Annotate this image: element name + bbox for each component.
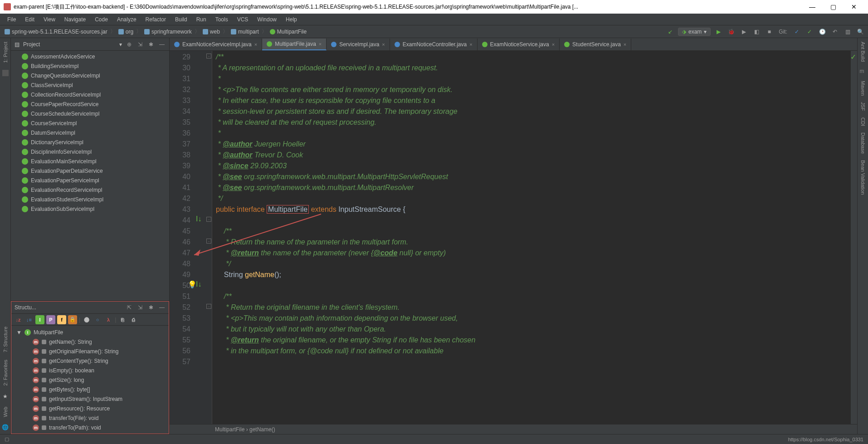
vcs-history-icon[interactable]: 🕑 bbox=[817, 27, 827, 37]
close-button[interactable]: ✕ bbox=[844, 3, 864, 10]
editor-area: ExamNoticeServiceImpl.java× MultipartFil… bbox=[170, 38, 857, 434]
sort-az-icon[interactable]: ↓z bbox=[14, 315, 23, 324]
minimize-button[interactable]: — bbox=[802, 3, 823, 10]
gutter-marks: I↓ I↓ 💡 bbox=[196, 51, 206, 424]
project-structure-icon[interactable]: ▥ bbox=[843, 27, 853, 37]
tool-jsf[interactable]: JSF bbox=[860, 102, 866, 111]
hide-structure-icon[interactable]: — bbox=[158, 304, 166, 311]
search-icon[interactable]: 🔍 bbox=[855, 27, 865, 37]
locate-icon[interactable]: ⊕ bbox=[126, 41, 133, 48]
tool-structure[interactable]: 7: Structure bbox=[3, 327, 8, 352]
error-stripe[interactable]: ✓ bbox=[851, 51, 857, 424]
gear-icon[interactable]: ✱ bbox=[147, 304, 155, 311]
tab-controller[interactable]: ExamNoticeController.java× bbox=[390, 39, 478, 50]
coverage-icon[interactable]: ▶ bbox=[739, 27, 749, 37]
tree-item: EvaluationPaperDetailService bbox=[11, 166, 169, 176]
settings-icon[interactable]: ✱ bbox=[147, 41, 155, 48]
menu-help[interactable]: Help bbox=[282, 15, 301, 24]
tool-icon[interactable] bbox=[2, 70, 9, 76]
status-bar: ▢ https://blog.csdn.net/Sophia_0331 bbox=[0, 434, 868, 444]
menu-window[interactable]: Window bbox=[254, 15, 280, 24]
crumb-multipart[interactable]: multipart bbox=[229, 29, 261, 35]
run-config-selector[interactable]: ⬗exam▾ bbox=[678, 28, 711, 36]
structure-item: mgetOriginalFilename(): String bbox=[11, 346, 169, 356]
structure-item: mtransferTo(File): void bbox=[11, 413, 169, 423]
debug-icon[interactable]: 🐞 bbox=[726, 27, 736, 37]
tool-bean[interactable]: Bean Validation bbox=[860, 160, 866, 195]
profile-icon[interactable]: ◧ bbox=[751, 27, 761, 37]
hide-icon[interactable]: — bbox=[158, 41, 166, 48]
crumb-file[interactable]: MultipartFile bbox=[268, 29, 308, 35]
structure-tree[interactable]: ▼IMultipartFile mgetName(): String mgetO… bbox=[11, 326, 169, 434]
tree-item: EvaluationRecordServiceImpl bbox=[11, 185, 169, 195]
filter-lock-icon[interactable]: 🔒 bbox=[68, 315, 77, 324]
stop-icon[interactable]: ■ bbox=[764, 27, 774, 37]
menu-tools[interactable]: Tools bbox=[212, 15, 232, 24]
git-label: Git: bbox=[779, 29, 787, 35]
tool-cdi[interactable]: CDI bbox=[860, 117, 866, 126]
star-icon[interactable]: ★ bbox=[3, 393, 8, 400]
crumb-jar[interactable]: spring-web-5.1.1.RELEASE-sources.jar bbox=[3, 29, 109, 35]
editor-breadcrumb[interactable]: MultipartFile › getName() bbox=[170, 424, 857, 434]
tab-noticeservice[interactable]: ExamNoticeService.java× bbox=[478, 39, 560, 50]
code-viewport[interactable]: 2930313233343536373839404142434445464748… bbox=[170, 51, 857, 424]
sort-vis-icon[interactable]: ↓≡ bbox=[24, 315, 34, 324]
vcs-commit-icon[interactable]: ✓ bbox=[805, 27, 814, 37]
filter-lambda-icon[interactable]: λ bbox=[104, 315, 113, 324]
structure-item: mgetName(): String bbox=[11, 337, 169, 346]
menu-view[interactable]: View bbox=[40, 15, 59, 24]
menu-file[interactable]: File bbox=[4, 15, 20, 24]
left-tool-strip-bottom: 🌐 Web ★ 2: Favorites 7: Structure bbox=[0, 204, 11, 434]
autoscroll-icon[interactable]: ⎘ bbox=[118, 315, 127, 324]
bulb-icon[interactable]: 💡 bbox=[188, 280, 195, 288]
filter-p-icon[interactable]: P bbox=[46, 315, 55, 324]
filter-f-icon[interactable]: f bbox=[57, 315, 66, 324]
filter-circle-icon[interactable]: ⬤ bbox=[82, 315, 91, 324]
autoscroll2-icon[interactable]: ⎙ bbox=[129, 315, 138, 324]
tool-project[interactable]: 1: Project bbox=[3, 42, 8, 63]
impl-icon[interactable]: I↓ bbox=[196, 280, 203, 288]
tool-web-icon[interactable]: 🌐 bbox=[2, 424, 9, 430]
line-numbers: 2930313233343536373839404142434445464748… bbox=[170, 51, 196, 424]
menu-analyze[interactable]: Analyze bbox=[113, 15, 140, 24]
sync-icon[interactable]: ↙ bbox=[665, 27, 675, 37]
impl-icon[interactable]: I↓ bbox=[196, 215, 203, 222]
project-structure-panel: ▤ Project ▾ ⊕ ⇲ ✱ — AssessmentAdviceServ… bbox=[11, 38, 170, 434]
crumb-spring[interactable]: springframework bbox=[142, 29, 194, 35]
tool-maven[interactable]: Maven bbox=[860, 81, 866, 96]
tree-item: BuildingServiceImpl bbox=[11, 61, 169, 71]
tab-studentservice[interactable]: StudentService.java× bbox=[560, 39, 631, 50]
tab-serviceimpl[interactable]: ServiceImpl.java× bbox=[327, 39, 390, 50]
filter-o-icon[interactable]: ○ bbox=[93, 315, 102, 324]
run-icon[interactable]: ▶ bbox=[713, 27, 723, 37]
tool-ant[interactable]: Ant Build bbox=[860, 42, 866, 62]
tab-multipartfile[interactable]: MultipartFile.java× bbox=[262, 39, 327, 50]
tool-database[interactable]: Database bbox=[860, 132, 866, 154]
project-tree[interactable]: AssessmentAdviceService BuildingServiceI… bbox=[11, 51, 169, 301]
collapse-all-icon[interactable]: ⇲ bbox=[137, 304, 144, 311]
fold-gutter[interactable]: - - - - bbox=[206, 51, 212, 424]
tree-item: DictionaryServiceImpl bbox=[11, 137, 169, 147]
tool-favorites[interactable]: 2: Favorites bbox=[3, 360, 8, 385]
vcs-revert-icon[interactable]: ↶ bbox=[830, 27, 840, 37]
crumb-web[interactable]: web bbox=[201, 29, 222, 35]
crumb-org[interactable]: org bbox=[117, 29, 135, 35]
code-body[interactable]: /** * A representation of an uploaded fi… bbox=[212, 51, 851, 424]
menu-edit[interactable]: Edit bbox=[21, 15, 38, 24]
filter-i-icon[interactable]: I bbox=[35, 315, 44, 324]
collapse-icon[interactable]: ⇲ bbox=[137, 41, 144, 48]
menu-build[interactable]: Build bbox=[171, 15, 191, 24]
menu-vcs[interactable]: VCS bbox=[234, 15, 252, 24]
menu-code[interactable]: Code bbox=[91, 15, 112, 24]
vcs-update-icon[interactable]: ✓ bbox=[792, 27, 802, 37]
maximize-button[interactable]: ▢ bbox=[823, 3, 844, 10]
menu-refactor[interactable]: Refactor bbox=[142, 15, 170, 24]
tree-item: CourseServiceImpl bbox=[11, 118, 169, 128]
status-icon[interactable]: ▢ bbox=[5, 436, 9, 442]
menu-run[interactable]: Run bbox=[193, 15, 210, 24]
expand-icon[interactable]: ⇱ bbox=[126, 304, 133, 311]
maven-icon[interactable]: m bbox=[860, 68, 866, 74]
menu-navigate[interactable]: Navigate bbox=[61, 15, 89, 24]
tool-web[interactable]: Web bbox=[3, 407, 8, 417]
tab-examnotice[interactable]: ExamNoticeServiceImpl.java× bbox=[170, 39, 262, 50]
